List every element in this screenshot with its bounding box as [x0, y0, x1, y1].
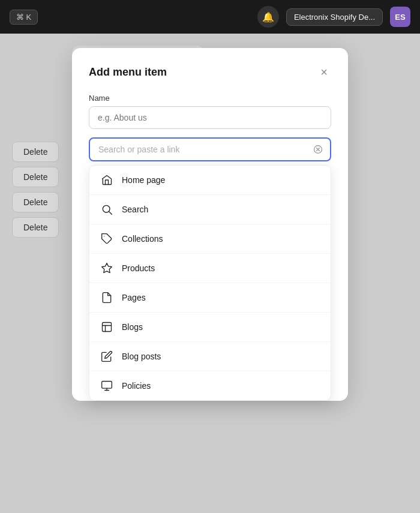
blogs-icon: [100, 320, 113, 334]
pages-icon: [100, 291, 113, 304]
dropdown-item-collections[interactable]: Collections: [89, 224, 331, 254]
command-k-label: ⌘ K: [16, 13, 31, 22]
dropdown-item-blogs[interactable]: Blogs: [89, 313, 331, 342]
search-clear-button[interactable]: [311, 142, 325, 157]
topbar-right: 🔔 Electronix Shopify De... ES: [257, 6, 410, 28]
clear-icon: [313, 145, 323, 154]
dropdown-item-blog-posts[interactable]: Blog posts: [89, 342, 331, 371]
blog-posts-icon: [100, 350, 113, 363]
dropdown-item-search[interactable]: Search: [89, 195, 331, 224]
bell-icon: 🔔: [262, 11, 274, 23]
dropdown-item-pages[interactable]: Pages: [89, 283, 331, 313]
name-label: Name: [89, 94, 331, 103]
add-menu-item-modal: Add menu item × Name Home page: [72, 48, 348, 401]
dropdown-item-collections-label: Collections: [122, 234, 163, 244]
dropdown-item-products-label: Products: [122, 263, 155, 273]
store-selector-button[interactable]: Electronix Shopify De...: [286, 8, 383, 26]
name-input[interactable]: [89, 106, 331, 129]
svg-point-3: [103, 205, 110, 212]
dropdown-item-home-page-label: Home page: [122, 175, 165, 185]
topbar: ⌘ K 🔔 Electronix Shopify De... ES: [0, 0, 420, 34]
topbar-left: ⌘ K: [10, 10, 38, 25]
menu-type-dropdown: Home page Search Collections Products Pa: [89, 165, 331, 401]
home-icon: [100, 173, 113, 187]
dropdown-item-policies[interactable]: Policies: [89, 371, 331, 400]
store-name-label: Electronix Shopify De...: [294, 13, 375, 22]
modal-header: Add menu item ×: [89, 65, 331, 79]
svg-rect-9: [102, 382, 112, 389]
dropdown-item-home-page[interactable]: Home page: [89, 166, 331, 195]
dropdown-item-pages-label: Pages: [122, 293, 146, 302]
policies-icon: [100, 379, 113, 392]
products-icon: [100, 262, 113, 275]
modal-close-button[interactable]: ×: [317, 65, 331, 79]
close-icon: ×: [320, 65, 328, 79]
dropdown-item-search-label: Search: [122, 205, 148, 214]
modal-title: Add menu item: [89, 66, 167, 79]
dropdown-item-blog-posts-label: Blog posts: [122, 352, 161, 361]
svg-rect-6: [103, 323, 112, 332]
notifications-button[interactable]: 🔔: [257, 6, 279, 28]
search-input-wrapper: [89, 137, 331, 161]
command-k-button[interactable]: ⌘ K: [10, 10, 38, 25]
collections-icon: [100, 232, 113, 245]
svg-line-4: [109, 212, 112, 215]
dropdown-item-blogs-label: Blogs: [122, 322, 143, 332]
search-link-input[interactable]: [89, 137, 331, 161]
dropdown-item-policies-label: Policies: [122, 381, 151, 391]
dropdown-item-products[interactable]: Products: [89, 254, 331, 283]
avatar[interactable]: ES: [390, 7, 410, 27]
search-icon: [100, 203, 113, 216]
